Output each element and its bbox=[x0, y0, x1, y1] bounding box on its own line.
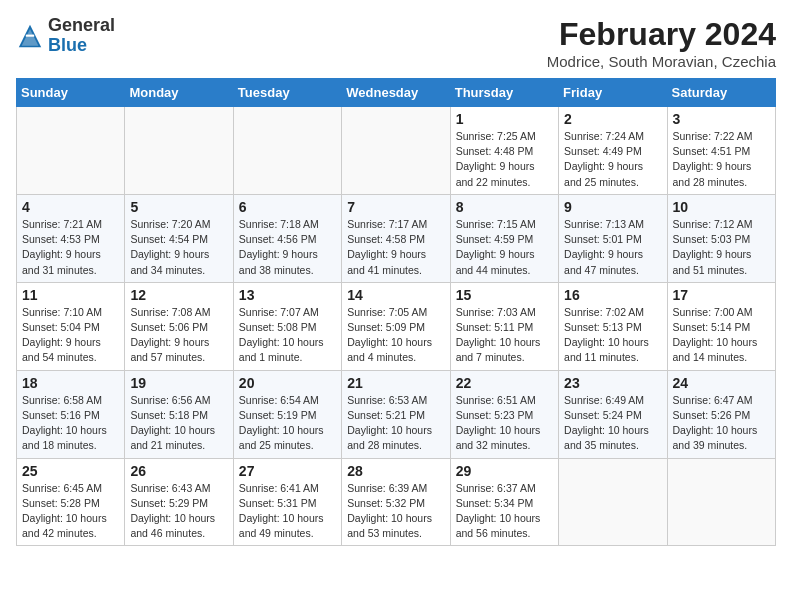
calendar-cell: 23Sunrise: 6:49 AM Sunset: 5:24 PM Dayli… bbox=[559, 370, 667, 458]
calendar-week-2: 11Sunrise: 7:10 AM Sunset: 5:04 PM Dayli… bbox=[17, 282, 776, 370]
day-number: 8 bbox=[456, 199, 553, 215]
day-info: Sunrise: 6:43 AM Sunset: 5:29 PM Dayligh… bbox=[130, 481, 227, 542]
calendar-cell: 15Sunrise: 7:03 AM Sunset: 5:11 PM Dayli… bbox=[450, 282, 558, 370]
day-info: Sunrise: 7:24 AM Sunset: 4:49 PM Dayligh… bbox=[564, 129, 661, 190]
days-of-week-row: SundayMondayTuesdayWednesdayThursdayFrid… bbox=[17, 79, 776, 107]
day-number: 25 bbox=[22, 463, 119, 479]
calendar-cell: 6Sunrise: 7:18 AM Sunset: 4:56 PM Daylig… bbox=[233, 194, 341, 282]
day-info: Sunrise: 7:21 AM Sunset: 4:53 PM Dayligh… bbox=[22, 217, 119, 278]
calendar-week-1: 4Sunrise: 7:21 AM Sunset: 4:53 PM Daylig… bbox=[17, 194, 776, 282]
title-area: February 2024 Modrice, South Moravian, C… bbox=[547, 16, 776, 70]
day-info: Sunrise: 6:56 AM Sunset: 5:18 PM Dayligh… bbox=[130, 393, 227, 454]
calendar-cell: 17Sunrise: 7:00 AM Sunset: 5:14 PM Dayli… bbox=[667, 282, 775, 370]
day-number: 10 bbox=[673, 199, 770, 215]
day-number: 23 bbox=[564, 375, 661, 391]
calendar-week-4: 25Sunrise: 6:45 AM Sunset: 5:28 PM Dayli… bbox=[17, 458, 776, 546]
month-title: February 2024 bbox=[547, 16, 776, 53]
calendar-cell: 9Sunrise: 7:13 AM Sunset: 5:01 PM Daylig… bbox=[559, 194, 667, 282]
calendar-body: 1Sunrise: 7:25 AM Sunset: 4:48 PM Daylig… bbox=[17, 107, 776, 546]
day-info: Sunrise: 7:03 AM Sunset: 5:11 PM Dayligh… bbox=[456, 305, 553, 366]
day-info: Sunrise: 6:49 AM Sunset: 5:24 PM Dayligh… bbox=[564, 393, 661, 454]
day-header-saturday: Saturday bbox=[667, 79, 775, 107]
calendar-cell bbox=[233, 107, 341, 195]
day-number: 29 bbox=[456, 463, 553, 479]
day-number: 15 bbox=[456, 287, 553, 303]
day-info: Sunrise: 6:39 AM Sunset: 5:32 PM Dayligh… bbox=[347, 481, 444, 542]
day-header-monday: Monday bbox=[125, 79, 233, 107]
calendar-cell: 10Sunrise: 7:12 AM Sunset: 5:03 PM Dayli… bbox=[667, 194, 775, 282]
calendar-cell: 3Sunrise: 7:22 AM Sunset: 4:51 PM Daylig… bbox=[667, 107, 775, 195]
calendar-cell: 2Sunrise: 7:24 AM Sunset: 4:49 PM Daylig… bbox=[559, 107, 667, 195]
calendar-cell: 22Sunrise: 6:51 AM Sunset: 5:23 PM Dayli… bbox=[450, 370, 558, 458]
day-number: 11 bbox=[22, 287, 119, 303]
day-number: 20 bbox=[239, 375, 336, 391]
day-info: Sunrise: 7:10 AM Sunset: 5:04 PM Dayligh… bbox=[22, 305, 119, 366]
day-number: 7 bbox=[347, 199, 444, 215]
page-header: General Blue February 2024 Modrice, Sout… bbox=[16, 16, 776, 70]
calendar-cell: 24Sunrise: 6:47 AM Sunset: 5:26 PM Dayli… bbox=[667, 370, 775, 458]
calendar-cell bbox=[17, 107, 125, 195]
day-number: 27 bbox=[239, 463, 336, 479]
day-header-tuesday: Tuesday bbox=[233, 79, 341, 107]
day-number: 16 bbox=[564, 287, 661, 303]
logo: General Blue bbox=[16, 16, 115, 56]
day-number: 13 bbox=[239, 287, 336, 303]
calendar-cell: 18Sunrise: 6:58 AM Sunset: 5:16 PM Dayli… bbox=[17, 370, 125, 458]
calendar-cell bbox=[342, 107, 450, 195]
day-number: 22 bbox=[456, 375, 553, 391]
calendar-cell bbox=[559, 458, 667, 546]
day-info: Sunrise: 6:47 AM Sunset: 5:26 PM Dayligh… bbox=[673, 393, 770, 454]
calendar-cell: 27Sunrise: 6:41 AM Sunset: 5:31 PM Dayli… bbox=[233, 458, 341, 546]
day-number: 12 bbox=[130, 287, 227, 303]
day-info: Sunrise: 7:12 AM Sunset: 5:03 PM Dayligh… bbox=[673, 217, 770, 278]
day-info: Sunrise: 7:22 AM Sunset: 4:51 PM Dayligh… bbox=[673, 129, 770, 190]
calendar-week-3: 18Sunrise: 6:58 AM Sunset: 5:16 PM Dayli… bbox=[17, 370, 776, 458]
calendar-cell: 11Sunrise: 7:10 AM Sunset: 5:04 PM Dayli… bbox=[17, 282, 125, 370]
day-number: 6 bbox=[239, 199, 336, 215]
day-number: 2 bbox=[564, 111, 661, 127]
calendar-cell: 21Sunrise: 6:53 AM Sunset: 5:21 PM Dayli… bbox=[342, 370, 450, 458]
day-number: 17 bbox=[673, 287, 770, 303]
day-number: 28 bbox=[347, 463, 444, 479]
day-number: 1 bbox=[456, 111, 553, 127]
day-number: 9 bbox=[564, 199, 661, 215]
calendar-week-0: 1Sunrise: 7:25 AM Sunset: 4:48 PM Daylig… bbox=[17, 107, 776, 195]
calendar-cell: 16Sunrise: 7:02 AM Sunset: 5:13 PM Dayli… bbox=[559, 282, 667, 370]
calendar-cell: 28Sunrise: 6:39 AM Sunset: 5:32 PM Dayli… bbox=[342, 458, 450, 546]
calendar-cell: 5Sunrise: 7:20 AM Sunset: 4:54 PM Daylig… bbox=[125, 194, 233, 282]
day-header-wednesday: Wednesday bbox=[342, 79, 450, 107]
day-number: 18 bbox=[22, 375, 119, 391]
day-info: Sunrise: 6:58 AM Sunset: 5:16 PM Dayligh… bbox=[22, 393, 119, 454]
day-info: Sunrise: 7:05 AM Sunset: 5:09 PM Dayligh… bbox=[347, 305, 444, 366]
calendar-cell: 1Sunrise: 7:25 AM Sunset: 4:48 PM Daylig… bbox=[450, 107, 558, 195]
svg-rect-2 bbox=[26, 34, 34, 36]
calendar-table: SundayMondayTuesdayWednesdayThursdayFrid… bbox=[16, 78, 776, 546]
logo-icon bbox=[16, 22, 44, 50]
calendar-cell bbox=[667, 458, 775, 546]
day-info: Sunrise: 7:08 AM Sunset: 5:06 PM Dayligh… bbox=[130, 305, 227, 366]
day-info: Sunrise: 7:17 AM Sunset: 4:58 PM Dayligh… bbox=[347, 217, 444, 278]
calendar-cell: 25Sunrise: 6:45 AM Sunset: 5:28 PM Dayli… bbox=[17, 458, 125, 546]
day-info: Sunrise: 6:41 AM Sunset: 5:31 PM Dayligh… bbox=[239, 481, 336, 542]
calendar-cell: 26Sunrise: 6:43 AM Sunset: 5:29 PM Dayli… bbox=[125, 458, 233, 546]
calendar-cell: 13Sunrise: 7:07 AM Sunset: 5:08 PM Dayli… bbox=[233, 282, 341, 370]
calendar-cell: 20Sunrise: 6:54 AM Sunset: 5:19 PM Dayli… bbox=[233, 370, 341, 458]
calendar-cell: 8Sunrise: 7:15 AM Sunset: 4:59 PM Daylig… bbox=[450, 194, 558, 282]
day-info: Sunrise: 7:00 AM Sunset: 5:14 PM Dayligh… bbox=[673, 305, 770, 366]
logo-text: General Blue bbox=[48, 16, 115, 56]
location-subtitle: Modrice, South Moravian, Czechia bbox=[547, 53, 776, 70]
logo-blue: Blue bbox=[48, 35, 87, 55]
calendar-cell: 7Sunrise: 7:17 AM Sunset: 4:58 PM Daylig… bbox=[342, 194, 450, 282]
calendar-header: SundayMondayTuesdayWednesdayThursdayFrid… bbox=[17, 79, 776, 107]
day-number: 21 bbox=[347, 375, 444, 391]
day-header-friday: Friday bbox=[559, 79, 667, 107]
calendar-cell: 29Sunrise: 6:37 AM Sunset: 5:34 PM Dayli… bbox=[450, 458, 558, 546]
calendar-cell bbox=[125, 107, 233, 195]
day-info: Sunrise: 7:25 AM Sunset: 4:48 PM Dayligh… bbox=[456, 129, 553, 190]
day-info: Sunrise: 7:18 AM Sunset: 4:56 PM Dayligh… bbox=[239, 217, 336, 278]
day-info: Sunrise: 6:45 AM Sunset: 5:28 PM Dayligh… bbox=[22, 481, 119, 542]
calendar-cell: 4Sunrise: 7:21 AM Sunset: 4:53 PM Daylig… bbox=[17, 194, 125, 282]
day-info: Sunrise: 7:02 AM Sunset: 5:13 PM Dayligh… bbox=[564, 305, 661, 366]
day-info: Sunrise: 6:54 AM Sunset: 5:19 PM Dayligh… bbox=[239, 393, 336, 454]
day-info: Sunrise: 7:07 AM Sunset: 5:08 PM Dayligh… bbox=[239, 305, 336, 366]
